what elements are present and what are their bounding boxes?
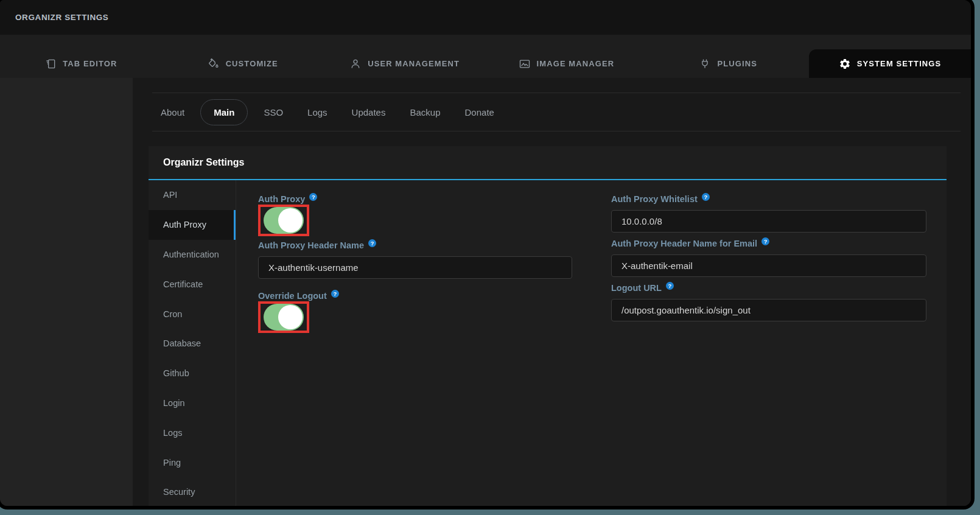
logout-url-input[interactable] — [611, 299, 926, 321]
tab-plugins[interactable]: PLUGINS — [647, 49, 809, 78]
subtab-logs[interactable]: Logs — [304, 105, 331, 120]
panel-title: Organizr Settings — [163, 157, 244, 168]
side-menu-item-security[interactable]: Security — [149, 477, 236, 506]
auth-proxy-header-name-label: Auth Proxy Header Name ? — [258, 240, 572, 251]
auth-proxy-header-email-input[interactable] — [611, 254, 926, 277]
tab-label: USER MANAGEMENT — [368, 59, 460, 68]
annotation-highlight-override-logout — [258, 301, 309, 333]
tab-customize[interactable]: CUSTOMIZE — [162, 49, 324, 78]
user-icon — [349, 58, 362, 70]
side-menu-item-ping[interactable]: Ping — [149, 447, 236, 477]
side-menu-item-auth-proxy[interactable]: Auth Proxy — [149, 210, 236, 240]
page-title: ORGANIZR SETTINGS — [15, 13, 108, 22]
subtab-main[interactable]: Main — [200, 99, 248, 125]
gear-icon — [839, 58, 851, 70]
auth-proxy-whitelist-input[interactable] — [611, 210, 926, 233]
subtab-updates[interactable]: Updates — [348, 105, 390, 120]
side-menu-item-authentication[interactable]: Authentication — [149, 240, 236, 270]
help-icon[interactable]: ? — [666, 282, 674, 290]
settings-side-menu: APIAuth ProxyAuthenticationCertificateCr… — [149, 180, 236, 506]
toggle-knob — [278, 305, 303, 329]
annotation-highlight-auth-proxy — [258, 205, 309, 236]
override-logout-toggle[interactable] — [264, 304, 304, 331]
side-menu-item-github[interactable]: Github — [149, 359, 236, 388]
help-icon[interactable]: ? — [331, 290, 339, 298]
logout-url-label: Logout URL ? — [611, 282, 926, 293]
side-menu-item-certificate[interactable]: Certificate — [149, 269, 236, 299]
customize-icon — [208, 58, 220, 70]
tab-label: IMAGE MANAGER — [537, 59, 615, 68]
subtab-sso[interactable]: SSO — [260, 105, 287, 120]
tab-tab-editor[interactable]: TAB EDITOR — [0, 49, 162, 78]
settings-panel: Organizr Settings APIAuth ProxyAuthentic… — [149, 146, 947, 506]
side-menu-item-logs[interactable]: Logs — [149, 418, 236, 447]
app-window: ORGANIZR SETTINGS TAB EDITORCUSTOMIZEUSE… — [0, 0, 971, 506]
tab-editor-icon — [44, 58, 57, 70]
tab-image-manager[interactable]: IMAGE MANAGER — [485, 49, 647, 78]
auth-proxy-toggle[interactable] — [264, 207, 304, 234]
side-menu-item-login[interactable]: Login — [149, 388, 236, 418]
auth-proxy-whitelist-label: Auth Proxy Whitelist ? — [611, 194, 926, 205]
override-logout-label: Override Logout ? — [258, 290, 572, 301]
tab-label: TAB EDITOR — [63, 59, 117, 68]
tab-label: SYSTEM SETTINGS — [857, 59, 942, 68]
tab-label: CUSTOMIZE — [226, 59, 278, 68]
help-icon[interactable]: ? — [761, 237, 769, 245]
auth-proxy-form: Auth Proxy ? Auth Proxy Header Name ? — [236, 180, 947, 506]
tab-label: PLUGINS — [717, 59, 757, 68]
auth-proxy-header-name-input[interactable] — [258, 256, 572, 279]
panel-header: Organizr Settings — [149, 146, 947, 180]
side-menu-item-database[interactable]: Database — [149, 329, 236, 359]
tab-system-settings[interactable]: SYSTEM SETTINGS — [809, 49, 971, 78]
toggle-knob — [278, 208, 303, 233]
subtab-backup[interactable]: Backup — [406, 105, 444, 120]
tab-user-management[interactable]: USER MANAGEMENT — [324, 49, 486, 78]
subtab-donate[interactable]: Donate — [461, 105, 498, 120]
side-menu-item-cron[interactable]: Cron — [149, 299, 236, 329]
content-area: AboutMainSSOLogsUpdatesBackupDonate Orga… — [133, 78, 971, 506]
auth-proxy-header-email-label: Auth Proxy Header Name for Email ? — [611, 238, 926, 249]
help-icon[interactable]: ? — [702, 193, 710, 201]
image-icon — [519, 58, 531, 70]
sub-tabs: AboutMainSSOLogsUpdatesBackupDonate — [152, 93, 961, 131]
help-icon[interactable]: ? — [309, 193, 317, 201]
subtab-about[interactable]: About — [157, 105, 188, 120]
main-nav-tabs: TAB EDITORCUSTOMIZEUSER MANAGEMENTIMAGE … — [0, 35, 971, 78]
help-icon[interactable]: ? — [368, 239, 376, 247]
side-menu-item-api[interactable]: API — [149, 180, 236, 210]
plug-icon — [699, 58, 711, 70]
top-bar: ORGANIZR SETTINGS — [0, 0, 971, 35]
auth-proxy-label: Auth Proxy ? — [258, 194, 572, 205]
left-gutter — [0, 78, 133, 506]
